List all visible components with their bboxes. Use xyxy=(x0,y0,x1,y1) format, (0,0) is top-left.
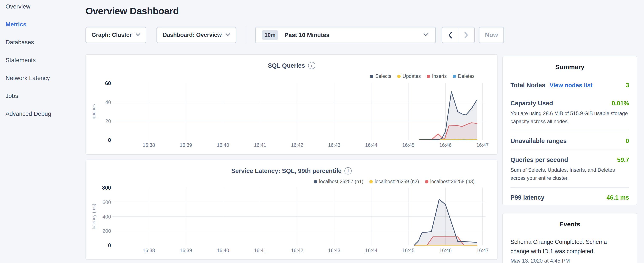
time-step-buttons xyxy=(442,27,475,43)
queries-per-second-row: Queries per second 59.7 xyxy=(510,156,629,163)
x-tick-label: 16:46 xyxy=(439,248,452,253)
dashboard-dropdown-label: Dashboard: Overview xyxy=(163,32,222,38)
y-tick-label: 400 xyxy=(102,214,111,220)
chevron-down-icon xyxy=(226,33,230,37)
y-tick-label: 0 xyxy=(108,137,111,143)
unavailable-ranges-value: 0 xyxy=(626,137,629,144)
x-tick-label: 16:38 xyxy=(143,142,155,148)
chevron-left-icon xyxy=(448,32,452,39)
total-nodes-label: Total Nodes xyxy=(510,82,545,89)
service-latency-plot[interactable]: 16:3816:3916:4016:4116:4216:4316:4416:45… xyxy=(86,160,497,259)
x-tick-label: 16:42 xyxy=(291,248,304,253)
x-tick-label: 16:42 xyxy=(291,142,304,148)
p99-latency-row: P99 latency 46.1 ms xyxy=(510,194,629,201)
x-tick-label: 16:43 xyxy=(328,248,340,253)
unavailable-ranges-label: Unavailable ranges xyxy=(510,137,566,144)
x-tick-label: 16:45 xyxy=(402,248,414,253)
events-panel: Events Schema Change Completed: Schema c… xyxy=(502,213,637,263)
p99-latency-value: 46.1 ms xyxy=(606,194,629,201)
graph-dropdown-label: Graph: Cluster xyxy=(92,32,132,38)
now-button[interactable]: Now xyxy=(479,27,504,43)
divider xyxy=(510,131,629,131)
chevron-down-icon xyxy=(424,33,428,37)
divider xyxy=(510,150,629,150)
events-title: Events xyxy=(510,221,629,228)
x-tick-label: 16:41 xyxy=(254,248,266,253)
time-range-label: Past 10 Minutes xyxy=(284,32,330,39)
graph-dropdown[interactable]: Graph: Cluster xyxy=(86,27,146,43)
view-nodes-list-link[interactable]: View nodes list xyxy=(550,82,592,89)
divider xyxy=(510,187,629,188)
x-tick-label: 16:39 xyxy=(180,142,192,148)
x-tick-label: 16:39 xyxy=(180,248,192,253)
y-tick-label: 200 xyxy=(102,228,111,234)
capacity-used-label: Capacity Used xyxy=(510,100,553,107)
x-tick-label: 16:41 xyxy=(254,142,266,148)
total-nodes-row: Total Nodes View nodes list 3 xyxy=(510,82,629,89)
next-time-button[interactable] xyxy=(458,28,474,43)
sidebar-item-network-latency[interactable]: Network Latency xyxy=(6,75,51,82)
sidebar-item-advanced-debug[interactable]: Advanced Debug xyxy=(6,110,51,117)
x-tick-label: 16:46 xyxy=(439,142,452,148)
x-tick-label: 16:40 xyxy=(217,142,229,148)
x-tick-label: 16:44 xyxy=(365,142,378,148)
chevron-right-icon xyxy=(464,32,468,39)
queries-per-second-value: 59.7 xyxy=(617,156,629,163)
page-title: Overview Dashboard xyxy=(86,6,179,17)
queries-per-second-description: Sum of Selects, Updates, Inserts, and De… xyxy=(510,166,629,182)
service-latency-chart-card: Service Latency: SQL, 99th percentile i … xyxy=(86,160,498,260)
total-nodes-value: 3 xyxy=(626,82,629,89)
sidebar: Overview Metrics Databases Statements Ne… xyxy=(6,3,51,117)
sql-queries-chart-card: SQL Queries i SelectsUpdatesInsertsDelet… xyxy=(86,54,498,155)
chevron-down-icon xyxy=(136,33,140,37)
sql-queries-plot[interactable]: 16:3816:3916:4016:4116:4216:4316:4416:45… xyxy=(86,55,497,154)
capacity-used-description: You are using 28.6 MiB of 515.9 GiB usab… xyxy=(510,109,629,126)
queries-per-second-label: Queries per second xyxy=(510,156,568,163)
divider xyxy=(510,94,629,94)
x-tick-label: 16:40 xyxy=(217,248,229,253)
y-tick-label: 0 xyxy=(108,242,111,248)
y-tick-label: 20 xyxy=(105,118,111,124)
y-tick-label: 600 xyxy=(102,199,111,205)
summary-title: Summary xyxy=(510,63,629,71)
sidebar-item-metrics[interactable]: Metrics xyxy=(6,21,51,28)
p99-latency-label: P99 latency xyxy=(510,194,544,201)
capacity-used-row: Capacity Used 0.01% xyxy=(510,100,629,107)
controls-divider xyxy=(246,27,246,43)
y-tick-label: 800 xyxy=(102,185,111,191)
event-item-timestamp: May 13, 2020 at 4:45 PM xyxy=(510,258,629,263)
sidebar-item-statements[interactable]: Statements xyxy=(6,57,51,64)
x-tick-label: 16:45 xyxy=(402,142,414,148)
y-axis-title: latency (ms) xyxy=(91,204,96,229)
time-range-selector[interactable]: 10m Past 10 Minutes xyxy=(255,27,436,43)
x-tick-label: 16:38 xyxy=(143,248,155,253)
y-tick-label: 60 xyxy=(105,80,111,86)
x-tick-label: 16:47 xyxy=(476,142,489,148)
x-tick-label: 16:44 xyxy=(365,248,378,253)
time-range-badge: 10m xyxy=(262,30,278,40)
y-axis-title: queries xyxy=(91,104,96,119)
previous-time-button[interactable] xyxy=(442,28,458,43)
unavailable-ranges-row: Unavailable ranges 0 xyxy=(510,137,629,144)
x-tick-label: 16:43 xyxy=(328,142,340,148)
sidebar-item-jobs[interactable]: Jobs xyxy=(6,92,51,99)
capacity-used-value: 0.01% xyxy=(612,100,629,107)
sidebar-item-databases[interactable]: Databases xyxy=(6,39,51,46)
dashboard-dropdown[interactable]: Dashboard: Overview xyxy=(156,27,236,43)
summary-panel: Summary Total Nodes View nodes list 3 Ca… xyxy=(502,56,637,205)
x-tick-label: 16:47 xyxy=(476,248,489,253)
sidebar-item-overview[interactable]: Overview xyxy=(6,3,51,10)
series-area xyxy=(420,92,477,140)
event-item-text: Schema Change Completed: Schema change w… xyxy=(510,237,612,256)
y-tick-label: 40 xyxy=(105,99,111,105)
